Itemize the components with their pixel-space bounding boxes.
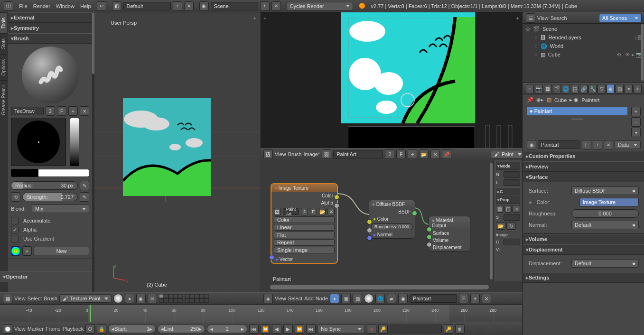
menu-render[interactable]: Render (33, 3, 50, 9)
tl-current[interactable]: ◂ 2 ▸ (207, 325, 247, 333)
menu-help[interactable]: Help (80, 3, 91, 9)
v3d-menu-view[interactable]: View (14, 296, 26, 301)
menu-window[interactable]: Window (56, 3, 75, 9)
proptab-physics-icon[interactable]: ⚛ (634, 84, 642, 93)
pin-icon[interactable]: 📌 (527, 97, 533, 103)
node-img-name[interactable]: Paint Art (283, 208, 299, 215)
strength-pressure-icon[interactable]: ✎ (80, 192, 89, 202)
editor-type-timeline-icon[interactable]: 🕐 (3, 324, 12, 334)
brush-strength-lock-icon[interactable]: ⟲ (11, 192, 20, 202)
brush-gradient-preview[interactable] (70, 118, 79, 166)
node-mat-fake[interactable]: F (459, 294, 468, 303)
tl-jump-start-icon[interactable]: ⏮ (249, 324, 259, 334)
uv-tool-toggle-icon[interactable]: + (263, 15, 266, 21)
node-type-shader-icon[interactable]: ● (330, 294, 339, 303)
node-material-output[interactable]: ● Material Output Surface Volume Displac… (429, 216, 470, 251)
accumulate-checkbox[interactable] (11, 217, 19, 224)
proptab-texture-icon[interactable]: ▨ (616, 84, 624, 93)
node-diffuse-bsdf[interactable]: ● Diffuse BSDF BSDF ● Color Roughness: 0… (369, 200, 415, 239)
scene-browse-icon[interactable]: ◉ (199, 1, 209, 11)
material-slot-0[interactable]: ● Paintart (527, 107, 627, 115)
editor-type-image-icon[interactable]: 🖼 (263, 149, 273, 159)
tl-play-rev-icon[interactable]: ◀ (272, 324, 281, 334)
node-type-tex-icon[interactable]: ▨ (353, 294, 362, 303)
uv-image-editor[interactable]: + + (261, 12, 522, 148)
proptab-world-icon[interactable]: 🌐 (562, 84, 570, 93)
panel-surface[interactable]: Surface (523, 172, 644, 182)
radius-pressure-icon[interactable]: ✎ (80, 181, 89, 190)
panel-symmetry[interactable]: Symmetry (8, 23, 92, 33)
proptab-particle-icon[interactable]: ✦ (625, 84, 633, 93)
info-editor-icon[interactable]: ⓘ (4, 1, 13, 11)
node-material-browse-icon[interactable]: ◉ (398, 294, 408, 303)
uv-menu-image[interactable]: Image* (303, 151, 320, 157)
nodeside-icon3[interactable]: ≋ (513, 205, 520, 213)
outliner-item-scene[interactable]: ⊖🎬Scene (523, 25, 644, 33)
brush-name-field[interactable]: TexDraw (11, 107, 44, 115)
node-menu-add[interactable]: Add (304, 296, 314, 301)
pivot-median-icon[interactable]: ◉ (136, 294, 146, 303)
panel-preview[interactable]: Preview (523, 161, 644, 172)
tl-insertkey-icon[interactable]: 🔑 (444, 324, 453, 334)
mat-link-select[interactable]: Data (615, 140, 641, 149)
scene-select[interactable]: Scene (211, 2, 258, 10)
node-img-open-icon[interactable]: 📂 (319, 208, 326, 215)
brush-fake-user[interactable]: F (57, 106, 66, 116)
breadcrumb-mat[interactable]: Paintart (581, 97, 599, 103)
node-menu-select[interactable]: Select (288, 296, 303, 301)
layout-add-icon[interactable]: + (173, 1, 182, 11)
node-menu-view[interactable]: View (275, 296, 286, 301)
v3d-menu-select[interactable]: Select (28, 296, 42, 301)
tl-range-icon[interactable]: ⏱ (85, 324, 95, 334)
mode-select[interactable]: 🖌Texture Paint (59, 294, 112, 303)
nodeside-icon4[interactable]: 📂 (496, 222, 505, 230)
tl-deletekey-icon[interactable]: 🗑 (455, 324, 465, 334)
brush-blend-select[interactable]: Mix (32, 205, 89, 213)
node-vscroll[interactable] (490, 163, 493, 279)
menu-file[interactable]: File (19, 3, 28, 9)
panel-settings[interactable]: Settings (523, 272, 644, 283)
timeline-playhead[interactable] (90, 305, 91, 322)
tl-menu-playback[interactable]: Playback (63, 326, 84, 332)
node-mat-unlink-icon[interactable]: ✕ (482, 294, 491, 303)
outliner-item-renderlayers[interactable]: ○🖼RenderLayers| 🖼 (523, 33, 644, 42)
node-mat-add-icon[interactable]: + (470, 294, 480, 303)
breadcrumb-cube[interactable]: Cube (554, 97, 567, 103)
uv-image-browse-icon[interactable]: 🖼 (322, 149, 331, 159)
node-bsdf-roughness[interactable]: Roughness: 0.000 (371, 223, 413, 230)
engine-select[interactable]: Cycles Render (287, 2, 353, 10)
uv-mode-select[interactable]: 🖌Paint (491, 150, 525, 158)
outliner-search[interactable]: Search (551, 15, 567, 21)
mat-fake-user[interactable]: F (582, 140, 591, 149)
layout-del-icon[interactable]: ✕ (184, 1, 194, 11)
node-menu-node[interactable]: Node (316, 296, 328, 301)
mat-browse-icon[interactable]: ◉ (527, 140, 536, 149)
scene-del-icon[interactable]: ✕ (271, 1, 281, 11)
brush-radius-slider[interactable]: Radius:30 px (11, 181, 78, 190)
viewport-3d[interactable]: User Persp + y z (2) Cube (94, 12, 260, 292)
node-imgtex-opt-repeat[interactable]: Repeat (274, 239, 335, 246)
nodeside-source[interactable] (504, 214, 520, 221)
node-treetype-world-icon[interactable]: 🌐 (375, 294, 385, 303)
tl-end[interactable]: ◂ End:250 ▸ (158, 325, 205, 333)
uv-image-unlink-icon[interactable]: ✕ (430, 149, 440, 159)
brush-users[interactable]: 2 (46, 106, 55, 116)
layers-widget[interactable] (159, 294, 211, 303)
uv-image-add-icon[interactable]: + (408, 149, 417, 159)
uv-pin-icon[interactable]: 📌 (442, 149, 451, 159)
tl-key-next-icon[interactable]: ⏩ (295, 324, 304, 334)
matslot-remove-icon[interactable]: − (631, 117, 641, 127)
node-side-color[interactable]: C (496, 187, 520, 195)
tab-tools[interactable]: Tools (0, 12, 7, 33)
proptab-modifier-icon[interactable]: 🔧 (588, 84, 597, 93)
proptab-renderlayers-icon[interactable]: 🖼 (544, 84, 552, 93)
node-hscroll[interactable] (270, 285, 489, 289)
brush-preview-sphere[interactable] (22, 47, 79, 103)
tl-menu-frame[interactable]: Frame (46, 326, 61, 332)
brush-new-button[interactable]: New (34, 247, 89, 255)
surface-roughness-slider[interactable]: 0.000 (571, 209, 639, 218)
tl-autokey-icon[interactable]: ● (367, 324, 376, 334)
nodeside-label[interactable] (504, 179, 520, 186)
brush-ramp[interactable] (11, 169, 89, 177)
brush-strength-slider[interactable]: Strength:0.727 (22, 193, 78, 201)
